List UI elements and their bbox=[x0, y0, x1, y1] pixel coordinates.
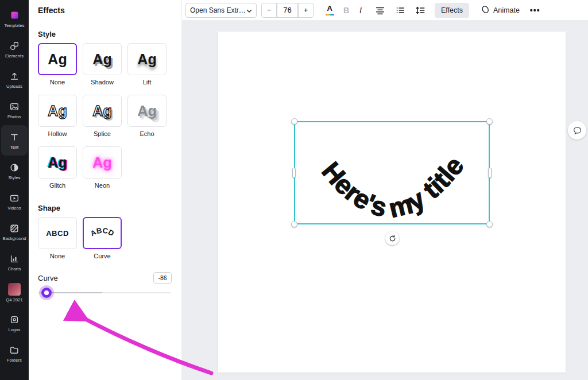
animate-button[interactable]: Animate bbox=[480, 3, 520, 18]
sidebar-item-label: Uploads bbox=[6, 84, 22, 89]
design-page[interactable]: Here's my title bbox=[218, 32, 566, 373]
style-option-hollow[interactable]: Ag Hollow bbox=[38, 95, 77, 137]
style-option-echo[interactable]: Ag Echo bbox=[127, 95, 167, 137]
style-sample: Ag bbox=[137, 52, 156, 67]
videos-icon bbox=[9, 192, 20, 204]
style-sample: Ag bbox=[92, 156, 111, 170]
slider-fill bbox=[47, 292, 102, 293]
style-option-label: Shadow bbox=[91, 79, 114, 86]
styles-icon bbox=[9, 162, 20, 173]
svg-text:ABCD: ABCD bbox=[89, 226, 115, 238]
sidebar-item-styles[interactable]: Styles bbox=[0, 156, 29, 186]
style-options-grid: Ag None Ag Shadow Ag Lift Ag Hollow Ag S… bbox=[38, 43, 172, 189]
style-option-lift[interactable]: Ag Lift bbox=[127, 43, 167, 86]
style-option-glitch[interactable]: Ag Glitch bbox=[38, 146, 77, 189]
sidebar-item-label: Elements bbox=[5, 53, 24, 59]
sidebar-item-label: Logos bbox=[9, 327, 21, 332]
selection-handle-right[interactable] bbox=[488, 168, 492, 178]
upload-icon bbox=[9, 71, 20, 82]
shape-option-curve[interactable]: ABCD Curve bbox=[83, 217, 122, 259]
curve-value-input[interactable]: -86 bbox=[153, 272, 172, 284]
style-option-label: Splice bbox=[94, 130, 111, 137]
alignment-button[interactable] bbox=[374, 5, 386, 16]
sidebar-item-elements[interactable]: Elements bbox=[0, 34, 29, 64]
shape-option-label: Curve bbox=[94, 253, 110, 259]
sidebar-item-label: Text bbox=[10, 145, 18, 150]
folder-icon bbox=[9, 344, 20, 356]
sidebar-item-photos[interactable]: Photos bbox=[0, 95, 29, 125]
curve-control-row: Curve -86 bbox=[38, 272, 172, 284]
text-color-button[interactable]: A bbox=[324, 5, 335, 15]
style-section-label: Style bbox=[38, 30, 172, 38]
italic-button[interactable]: I bbox=[357, 6, 364, 15]
sidebar-item-more[interactable]: More bbox=[0, 369, 29, 380]
selection-handle-bottom-left[interactable] bbox=[291, 221, 297, 227]
rotate-handle[interactable] bbox=[385, 231, 399, 245]
comment-button[interactable] bbox=[568, 121, 586, 139]
rainbow-color-bar bbox=[326, 14, 334, 15]
style-sample: Ag bbox=[137, 104, 156, 118]
selection-box[interactable] bbox=[294, 121, 490, 224]
shape-option-none[interactable]: ABCD None bbox=[38, 217, 77, 259]
shape-options-grid: ABCD None ABCD Curve bbox=[38, 217, 172, 259]
style-sample: Ag bbox=[48, 156, 67, 170]
font-size-stepper: − 76 + bbox=[261, 3, 314, 18]
shape-section-label: Shape bbox=[38, 204, 172, 212]
sidebar-item-logos[interactable]: Logos bbox=[0, 308, 29, 338]
style-sample: Ag bbox=[92, 104, 111, 118]
list-button[interactable] bbox=[394, 5, 406, 16]
sidebar-item-folders[interactable]: Folders bbox=[0, 338, 29, 369]
charts-icon bbox=[9, 253, 20, 265]
selection-handle-top-right[interactable] bbox=[486, 118, 493, 125]
spacing-button[interactable] bbox=[415, 5, 426, 16]
toolbar-more-button[interactable]: ••• bbox=[530, 6, 540, 15]
style-option-none[interactable]: Ag None bbox=[38, 43, 77, 86]
panel-title: Effects bbox=[38, 6, 172, 15]
selection-handle-top-left[interactable] bbox=[291, 118, 297, 125]
style-option-label: None bbox=[50, 79, 65, 86]
effects-button[interactable]: Effects bbox=[435, 3, 469, 18]
templates-icon bbox=[9, 10, 20, 21]
chevron-down-icon bbox=[246, 5, 252, 15]
elements-icon bbox=[9, 40, 20, 52]
font-size-increase-button[interactable]: + bbox=[298, 3, 314, 18]
style-option-label: Neon bbox=[95, 182, 110, 189]
style-option-label: Lift bbox=[143, 79, 152, 86]
sidebar-item-label: Background bbox=[2, 236, 26, 241]
more-icon bbox=[9, 375, 20, 380]
logos-icon bbox=[9, 314, 20, 325]
style-option-splice[interactable]: Ag Splice bbox=[83, 95, 122, 137]
bold-button[interactable]: B bbox=[342, 6, 350, 15]
background-icon bbox=[9, 223, 20, 234]
animate-icon bbox=[480, 5, 490, 16]
sidebar-item-templates[interactable]: Templates bbox=[0, 3, 29, 34]
sidebar-item-videos[interactable]: Videos bbox=[0, 186, 29, 216]
sidebar-item-uploads[interactable]: Uploads bbox=[0, 64, 29, 95]
style-option-neon[interactable]: Ag Neon bbox=[83, 146, 122, 189]
q4-2021-thumbnail bbox=[8, 283, 21, 296]
font-size-decrease-button[interactable]: − bbox=[261, 3, 277, 18]
animate-label: Animate bbox=[493, 6, 520, 14]
selection-handle-left[interactable] bbox=[292, 168, 296, 178]
text-icon bbox=[9, 131, 20, 143]
selection-handle-bottom-right[interactable] bbox=[486, 221, 493, 227]
curve-slider[interactable] bbox=[38, 287, 172, 298]
text-toolbar: Open Sans Extra ... − 76 + A B I Effects… bbox=[182, 0, 588, 20]
sidebar-item-label: Q4 2021 bbox=[6, 297, 22, 303]
slider-knob[interactable] bbox=[41, 288, 52, 298]
style-option-label: Hollow bbox=[48, 130, 67, 137]
style-option-shadow[interactable]: Ag Shadow bbox=[83, 43, 122, 86]
style-option-label: Echo bbox=[140, 130, 154, 137]
sidebar-item-text[interactable]: Text bbox=[1, 125, 28, 156]
sidebar-item-label: Charts bbox=[8, 266, 21, 272]
canvas-workspace: Here's my title bbox=[182, 20, 588, 380]
sidebar-item-charts[interactable]: Charts bbox=[0, 247, 29, 277]
font-family-select[interactable]: Open Sans Extra ... bbox=[185, 3, 257, 18]
sidebar-item-q4-2021[interactable]: Q4 2021 bbox=[0, 277, 29, 308]
font-size-value[interactable]: 76 bbox=[277, 3, 298, 18]
sidebar-item-background[interactable]: Background bbox=[0, 216, 29, 247]
text-color-glyph: A bbox=[327, 5, 332, 13]
curve-label: Curve bbox=[38, 274, 58, 282]
photos-icon bbox=[9, 101, 20, 113]
object-panel-rail: Templates Elements Uploads Photos Text bbox=[0, 0, 29, 380]
